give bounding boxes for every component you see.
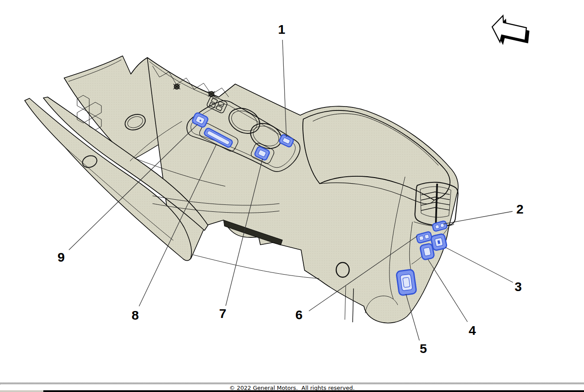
leader-line-2 (444, 211, 513, 224)
parts-diagram-page: 123456789 © 2022 General Motors. All rig… (0, 0, 584, 392)
footer-divider-line (0, 383, 584, 383)
leader-line-4 (428, 259, 467, 322)
console-diagram-illustration (0, 0, 584, 392)
leader-line-3 (445, 247, 513, 282)
callout-3[interactable]: 3 (515, 280, 522, 293)
callout-7[interactable]: 7 (219, 307, 227, 320)
callout-9[interactable]: 9 (58, 251, 65, 264)
footer-bottom-bar (0, 390, 584, 392)
callout-5[interactable]: 5 (420, 342, 427, 355)
part-highlight-4 (420, 243, 435, 260)
console-body (25, 56, 458, 323)
callout-2[interactable]: 2 (516, 203, 524, 216)
footer-bottom-bar-left-segment (0, 390, 43, 392)
callout-1[interactable]: 1 (278, 23, 286, 36)
direction-arrow-icon (492, 16, 529, 45)
callout-6[interactable]: 6 (295, 308, 303, 321)
part-highlight-5 (396, 269, 416, 295)
callout-8[interactable]: 8 (132, 309, 139, 322)
callout-4[interactable]: 4 (469, 324, 476, 337)
